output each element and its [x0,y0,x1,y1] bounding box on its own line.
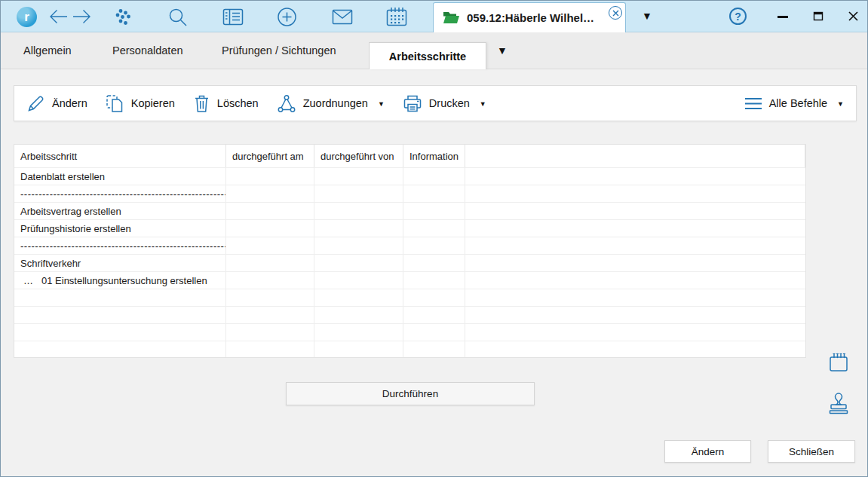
table-cell [314,185,403,202]
table-cell [403,203,465,219]
column-header-durchgefuehrt-von[interactable]: durchgeführt von [314,145,403,167]
table-cell [465,203,805,219]
apps-cluster-icon[interactable] [114,8,133,26]
hamburger-icon [744,97,762,110]
table-row[interactable] [14,341,805,358]
table-cell [465,255,805,271]
more-tabs-dropdown-icon[interactable]: ▼ [497,45,508,56]
tab-allgemein[interactable]: Allgemein [23,32,72,69]
alle-befehle-button[interactable]: Alle Befehle ▼ [744,97,844,110]
arbeitsschritt-label: ----------------------------------------… [20,188,226,200]
toolbar-label: Zuordnungen [303,97,368,109]
table-cell [314,220,403,237]
notepad-icon[interactable] [828,352,849,373]
tab-list-dropdown-icon[interactable]: ▼ [642,11,652,21]
table-cell [314,307,403,323]
calendar-icon[interactable] [386,7,407,26]
table-cell [403,168,465,185]
table-cell [226,289,314,306]
table-separator-row[interactable]: ----------------------------------------… [14,185,805,202]
table-cell [403,272,465,289]
titlebar: r [1,1,867,32]
aendern-toolbar-button[interactable]: Ändern [26,94,87,113]
arbeitsschritt-label: Datenblatt erstellen [20,171,105,182]
column-header-arbeitsschritt[interactable]: Arbeitsschritt [14,145,226,167]
table-header-row: Arbeitsschritt durchgeführt am durchgefü… [14,145,805,167]
table-cell [226,220,314,237]
arbeitsschritt-label: Schriftverkehr [20,258,81,269]
minimize-icon[interactable] [778,16,788,18]
table-cell [14,307,226,323]
toolbar-label: Alle Befehle [769,97,827,109]
maximize-icon[interactable] [813,11,824,21]
table-cell [226,341,314,358]
tab-personaldaten[interactable]: Personaldaten [112,32,183,69]
printer-icon [403,94,422,113]
table-cell [226,168,314,185]
table-cell [465,220,805,237]
table-cell [403,220,465,237]
app-logo-icon[interactable]: r [17,7,37,27]
table-row[interactable]: Arbeitsvertrag erstellen [14,202,805,219]
table-cell: …01 Einstellungsuntersuchung erstellen [14,272,226,289]
search-icon[interactable] [167,7,188,27]
news-icon[interactable] [222,8,244,26]
tab-pruefungen-sichtungen[interactable]: Prüfungen / Sichtungen [222,32,336,69]
tab-arbeitsschritte[interactable]: Arbeitsschritte [369,42,486,69]
table-cell: ----------------------------------------… [14,237,226,254]
table-cell [465,168,805,185]
column-header-durchgefuehrt-am[interactable]: durchgeführt am [226,145,314,167]
table-cell: Prüfungshistorie erstellen [14,220,226,237]
drucken-toolbar-button[interactable]: Drucken ▼ [403,94,486,113]
toolbar-label: Ändern [52,97,87,109]
table-cell: Schriftverkehr [14,255,226,271]
table-row[interactable]: Schriftverkehr [14,254,805,271]
document-tab[interactable]: 059.12:Häberle Wilhel… [433,2,626,32]
table-row[interactable] [14,289,805,306]
table-row[interactable] [14,323,805,341]
table-cell [314,237,403,254]
kopieren-toolbar-button[interactable]: Kopieren [106,94,175,113]
table-row[interactable]: Datenblatt erstellen [14,167,805,185]
zuordnungen-toolbar-button[interactable]: Zuordnungen ▼ [277,94,385,113]
table-cell [465,272,805,289]
durchfuehren-button[interactable]: Durchführen [286,382,535,405]
table-cell [14,289,226,306]
loeschen-toolbar-button[interactable]: Löschen [193,94,259,113]
back-arrow-icon[interactable] [48,8,69,25]
mail-icon[interactable] [332,9,353,25]
table-cell [403,289,465,306]
table-cell [403,341,465,358]
close-document-icon[interactable] [609,6,622,20]
arbeitsschritt-label: Arbeitsvertrag erstellen [20,206,121,217]
table-cell [403,185,465,202]
table-cell [465,307,805,323]
chevron-down-icon: ▼ [378,101,385,108]
table-cell [226,272,314,289]
table-cell [465,289,805,306]
arbeitsschritt-label: 01 Einstellungsuntersuchung erstellen [41,275,207,286]
copy-icon [106,94,124,113]
table-cell [403,324,465,341]
table-row[interactable]: …01 Einstellungsuntersuchung erstellen [14,271,805,289]
add-circle-icon[interactable] [277,7,297,27]
table-separator-row[interactable]: ----------------------------------------… [14,237,805,254]
table-cell [314,255,403,271]
ellipsis-prefix: … [23,275,41,286]
aendern-button[interactable]: Ändern [664,440,751,463]
forward-arrow-icon[interactable] [72,8,92,25]
schliessen-button[interactable]: Schließen [768,440,855,463]
column-header-information[interactable]: Information [403,145,465,167]
table-row[interactable] [14,306,805,323]
network-icon [277,94,296,113]
table-cell [403,237,465,254]
close-window-icon[interactable] [848,11,859,22]
help-icon[interactable]: ? [729,8,747,25]
stamp-icon[interactable] [827,391,850,415]
table-row[interactable]: Prüfungshistorie erstellen [14,219,805,237]
pencil-icon [26,94,45,113]
table-cell [14,341,226,358]
table-cell [226,307,314,323]
table-cell [403,307,465,323]
trash-icon [193,94,210,113]
